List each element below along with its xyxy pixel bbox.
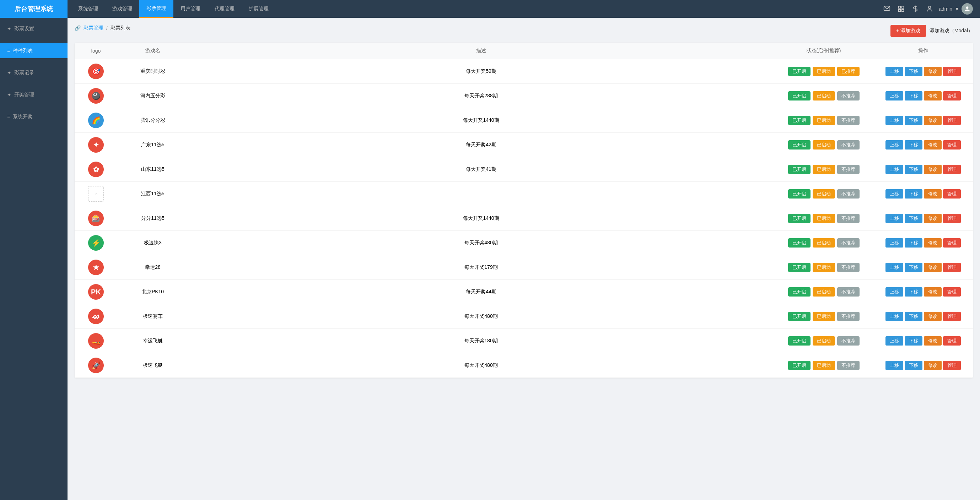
move-up-button[interactable]: 上移	[886, 189, 903, 198]
move-up-button[interactable]: 上移	[886, 238, 903, 248]
move-up-button[interactable]: 上移	[886, 287, 903, 297]
admin-dropdown[interactable]: admin ▼	[939, 3, 973, 14]
cell-logo: ⚠	[75, 182, 117, 206]
edit-button[interactable]: 修改	[924, 189, 942, 198]
move-up-button[interactable]: 上移	[886, 67, 903, 76]
table-row: ⚠江西11选5 已开启 已启动 不推荐 上移 下移 修改 管理	[75, 182, 973, 206]
nav-agent-manage[interactable]: 代理管理	[207, 0, 242, 18]
move-up-button[interactable]: 上移	[886, 140, 903, 149]
manage-button[interactable]: 管理	[943, 361, 961, 370]
cell-logo: 🚤	[75, 329, 117, 353]
badge-run: 已启动	[813, 91, 835, 100]
cell-actions: 上移 下移 修改 管理	[873, 157, 973, 182]
badge-no-recommend: 不推荐	[837, 336, 859, 346]
cell-description: 每天开奖41期	[188, 157, 774, 182]
header-actions: + 添加游戏 添加游戏（Modal）	[891, 25, 973, 37]
manage-button[interactable]: 管理	[943, 238, 961, 248]
move-up-button[interactable]: 上移	[886, 312, 903, 321]
edit-button[interactable]: 修改	[924, 336, 942, 346]
nav-user-manage[interactable]: 用户管理	[173, 0, 207, 18]
grid-icon[interactable]	[896, 4, 906, 14]
edit-button[interactable]: 修改	[924, 312, 942, 321]
edit-button[interactable]: 修改	[924, 361, 942, 370]
edit-button[interactable]: 修改	[924, 165, 942, 174]
move-up-button[interactable]: 上移	[886, 361, 903, 370]
move-down-button[interactable]: 下移	[905, 361, 923, 370]
manage-button[interactable]: 管理	[943, 116, 961, 125]
manage-button[interactable]: 管理	[943, 67, 961, 76]
nav-system-manage[interactable]: 系统管理	[71, 0, 105, 18]
edit-button[interactable]: 修改	[924, 91, 942, 100]
move-down-button[interactable]: 下移	[905, 287, 923, 297]
move-up-button[interactable]: 上移	[886, 165, 903, 174]
sidebar-item-system-prize[interactable]: ≡ 系统开奖	[0, 110, 67, 124]
nav-game-manage[interactable]: 游戏管理	[105, 0, 139, 18]
edit-button[interactable]: 修改	[924, 263, 942, 272]
move-down-button[interactable]: 下移	[905, 312, 923, 321]
move-down-button[interactable]: 下移	[905, 165, 923, 174]
move-up-button[interactable]: 上移	[886, 214, 903, 223]
edit-button[interactable]: 修改	[924, 116, 942, 125]
move-up-button[interactable]: 上移	[886, 91, 903, 100]
user-icon[interactable]	[924, 4, 934, 14]
nav-extend-manage[interactable]: 扩展管理	[242, 0, 276, 18]
cell-description: 每天开奖44期	[188, 280, 774, 304]
message-icon[interactable]	[882, 4, 892, 14]
move-down-button[interactable]: 下移	[905, 263, 923, 272]
cell-status: 已开启 已启动 不推荐	[774, 157, 873, 182]
manage-button[interactable]: 管理	[943, 214, 961, 223]
move-down-button[interactable]: 下移	[905, 91, 923, 100]
manage-button[interactable]: 管理	[943, 189, 961, 198]
cell-logo: ✦	[75, 133, 117, 157]
manage-button[interactable]: 管理	[943, 263, 961, 272]
nav-lottery-manage[interactable]: 彩票管理	[139, 0, 173, 18]
move-down-button[interactable]: 下移	[905, 238, 923, 248]
cell-actions: 上移 下移 修改 管理	[873, 133, 973, 157]
manage-button[interactable]: 管理	[943, 165, 961, 174]
sidebar-item-variety-list[interactable]: ≡ 种种列表	[0, 43, 67, 58]
move-up-button[interactable]: 上移	[886, 263, 903, 272]
sidebar-group-prize-manage: ✦ 开奖管理	[0, 84, 67, 106]
badge-run: 已启动	[813, 67, 835, 76]
move-down-button[interactable]: 下移	[905, 67, 923, 76]
move-up-button[interactable]: 上移	[886, 116, 903, 125]
manage-button[interactable]: 管理	[943, 91, 961, 100]
badge-run: 已启动	[813, 165, 835, 174]
dollar-icon[interactable]	[910, 4, 920, 14]
edit-button[interactable]: 修改	[924, 287, 942, 297]
add-game-button[interactable]: + 添加游戏	[891, 25, 926, 37]
edit-button[interactable]: 修改	[924, 140, 942, 149]
cell-game-name: 幸运飞艇	[117, 329, 188, 353]
move-up-button[interactable]: 上移	[886, 336, 903, 346]
move-down-button[interactable]: 下移	[905, 336, 923, 346]
move-down-button[interactable]: 下移	[905, 214, 923, 223]
cell-logo: 🌈	[75, 108, 117, 133]
col-status: 状态(启停|推荐)	[774, 43, 873, 59]
manage-button[interactable]: 管理	[943, 140, 961, 149]
add-game-modal-button[interactable]: 添加游戏（Modal）	[929, 28, 973, 34]
badge-run: 已启动	[813, 140, 835, 149]
manage-button[interactable]: 管理	[943, 336, 961, 346]
sidebar-item-label: 开奖管理	[14, 92, 34, 98]
edit-button[interactable]: 修改	[924, 238, 942, 248]
manage-button[interactable]: 管理	[943, 287, 961, 297]
move-down-button[interactable]: 下移	[905, 116, 923, 125]
badge-open: 已开启	[788, 287, 810, 297]
cell-game-name: 广东11选5	[117, 133, 188, 157]
table-row: 🚀极速飞艇每天开奖480期 已开启 已启动 不推荐 上移 下移 修改 管理	[75, 353, 973, 378]
move-down-button[interactable]: 下移	[905, 189, 923, 198]
manage-button[interactable]: 管理	[943, 312, 961, 321]
move-down-button[interactable]: 下移	[905, 140, 923, 149]
edit-button[interactable]: 修改	[924, 67, 942, 76]
table-row: 🌈腾讯分分彩每天开奖1440期 已开启 已启动 不推荐 上移 下移 修改 管理	[75, 108, 973, 133]
sidebar-item-prize-manage[interactable]: ✦ 开奖管理	[0, 87, 67, 102]
cell-status: 已开启 已启动 不推荐	[774, 256, 873, 280]
edit-button[interactable]: 修改	[924, 214, 942, 223]
sidebar-item-lottery-records[interactable]: ✦ 彩票记录	[0, 65, 67, 80]
sidebar-item-lottery-settings[interactable]: ✦ 彩票设置	[0, 21, 67, 36]
badge-open: 已开启	[788, 312, 810, 321]
sidebar-item-label: 种种列表	[13, 48, 33, 54]
system-icon: ≡	[7, 114, 10, 120]
game-logo: 🏎	[88, 309, 104, 324]
breadcrumb-parent[interactable]: 彩票管理	[83, 25, 103, 31]
